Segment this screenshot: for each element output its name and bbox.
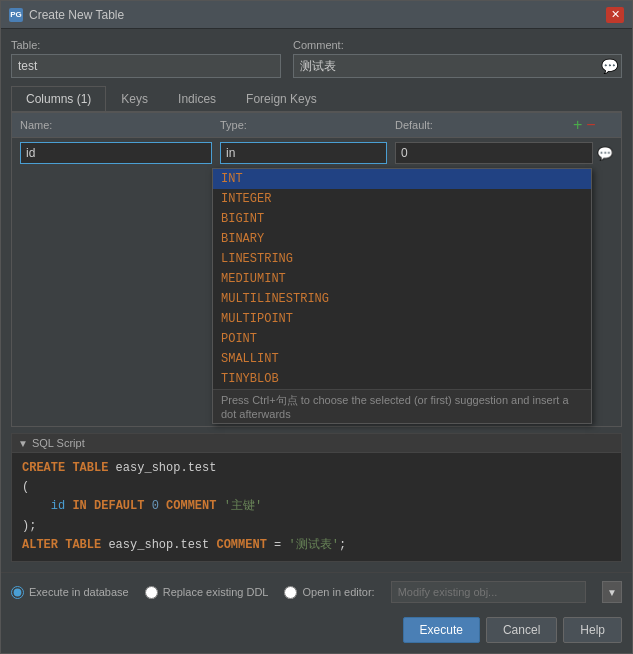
table-label: Table: [11,39,281,51]
bottom-options: Execute in database Replace existing DDL… [1,572,632,611]
tab-columns[interactable]: Columns (1) [11,86,106,111]
tab-foreign-keys[interactable]: Foreign Keys [231,86,332,111]
default-cell: 💬 [395,142,613,164]
tab-keys[interactable]: Keys [106,86,163,111]
remove-column-button[interactable]: − [586,117,595,133]
table-name-group: Table: [11,39,281,78]
open-editor-input[interactable] [391,581,586,603]
columns-table: Name: Type: Default: + − 💬 INT [11,112,622,427]
autocomplete-item-bigint[interactable]: BIGINT [213,209,591,229]
tab-indices[interactable]: Indices [163,86,231,111]
replace-ddl-label: Replace existing DDL [163,586,269,598]
sql-line-1: CREATE TABLE easy_shop.test [22,459,611,478]
autocomplete-item-integer[interactable]: INTEGER [213,189,591,209]
editor-dropdown-button[interactable]: ▼ [602,581,622,603]
autocomplete-item-int[interactable]: INT [213,169,591,189]
execute-db-radio-group: Execute in database [11,586,129,599]
comment-input[interactable] [293,54,622,78]
app-icon: PG [9,8,23,22]
autocomplete-item-smallint[interactable]: SMALLINT [213,349,591,369]
cancel-button[interactable]: Cancel [486,617,557,643]
sql-script-header: ▼ SQL Script [12,434,621,453]
close-button[interactable]: ✕ [606,7,624,23]
open-editor-label: Open in editor: [302,586,374,598]
execute-button[interactable]: Execute [403,617,480,643]
replace-ddl-radio[interactable] [145,586,158,599]
sql-line-2: ( [22,478,611,497]
autocomplete-item-linestring[interactable]: LINESTRING [213,249,591,269]
execute-db-label: Execute in database [29,586,129,598]
sql-script-section: ▼ SQL Script CREATE TABLE easy_shop.test… [11,433,622,562]
action-buttons-bar: Execute Cancel Help [1,611,632,653]
autocomplete-item-multilinestring[interactable]: MULTILINESTRING [213,289,591,309]
collapse-arrow-icon[interactable]: ▼ [18,438,28,449]
name-column-header: Name: [20,119,220,131]
autocomplete-hint: Press Ctrl+句点 to choose the selected (or… [213,389,591,423]
tabs-bar: Columns (1) Keys Indices Foreign Keys [11,86,622,112]
sql-line-4: ); [22,517,611,536]
add-column-button[interactable]: + [573,117,582,133]
autocomplete-item-tinyblob[interactable]: TINYBLOB [213,369,591,389]
help-button[interactable]: Help [563,617,622,643]
form-top-row: Table: Comment: 💬 [11,39,622,78]
type-column-header: Type: [220,119,395,131]
replace-ddl-radio-group: Replace existing DDL [145,586,269,599]
column-name-input[interactable] [20,142,212,164]
table-name-input[interactable] [11,54,281,78]
window-title: Create New Table [29,8,600,22]
autocomplete-item-multipoint[interactable]: MULTIPOINT [213,309,591,329]
default-column-header: Default: [395,119,573,131]
autocomplete-item-point[interactable]: POINT [213,329,591,349]
table-row: 💬 INT INTEGER BIGINT BINARY LINESTRING M… [12,138,621,168]
open-editor-radio[interactable] [284,586,297,599]
title-bar: PG Create New Table ✕ [1,1,632,29]
sql-line-5: ALTER TABLE easy_shop.test COMMENT = '测试… [22,536,611,555]
content-area: Table: Comment: 💬 Columns (1) Keys Indic… [1,29,632,572]
main-window: PG Create New Table ✕ Table: Comment: 💬 … [0,0,633,654]
execute-db-radio[interactable] [11,586,24,599]
comment-icon[interactable]: 💬 [601,58,618,74]
sql-code-block: CREATE TABLE easy_shop.test ( id IN DEFA… [12,453,621,561]
default-edit-icon[interactable]: 💬 [597,146,613,161]
column-type-input[interactable] [220,142,387,164]
comment-group: Comment: 💬 [293,39,622,78]
autocomplete-item-mediumint[interactable]: MEDIUMINT [213,269,591,289]
open-editor-radio-group: Open in editor: [284,586,374,599]
autocomplete-dropdown: INT INTEGER BIGINT BINARY LINESTRING MED… [212,168,592,424]
columns-header-row: Name: Type: Default: + − [12,113,621,138]
column-actions: + − [573,117,613,133]
sql-script-label: SQL Script [32,437,85,449]
comment-label: Comment: [293,39,622,51]
autocomplete-item-binary[interactable]: BINARY [213,229,591,249]
sql-line-3: id IN DEFAULT 0 COMMENT '主键' [22,497,611,516]
column-default-input[interactable] [395,142,593,164]
